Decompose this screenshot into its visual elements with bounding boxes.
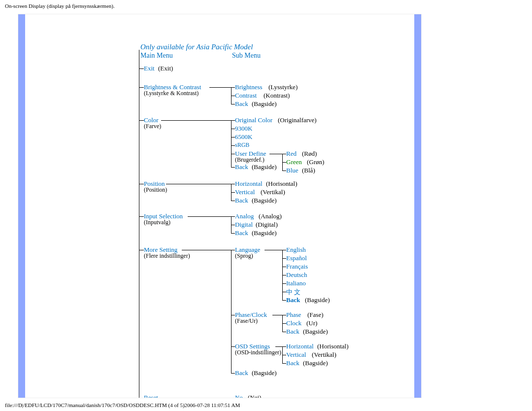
- osd-back-tr: (Bagside): [303, 359, 328, 367]
- sub-pos-horizontal: Horizontal: [235, 180, 263, 188]
- sub-clock-tr: (Ur): [306, 319, 317, 327]
- lang-back: Back: [286, 296, 300, 304]
- sub-input-back: Back: [235, 229, 248, 237]
- sub-more-back-tr: (Bagside): [252, 369, 277, 377]
- sub-red-tr: (Rød): [302, 150, 317, 158]
- sub-pos-horizontal-tr: (Horisontal): [266, 180, 298, 188]
- menu-exit-tr: (Exit): [158, 65, 173, 72]
- menu-brightness-contrast-tr: (Lysstyrke & Kontrast): [144, 90, 199, 97]
- sub-original-color-tr: (Originalfarve): [278, 116, 317, 124]
- osd-vertical: Vertical: [286, 351, 306, 359]
- sub-green: Green: [286, 158, 302, 166]
- sub-bc-back-tr: (Bagside): [252, 100, 277, 108]
- sub-phase-tr: (Fase): [307, 311, 324, 319]
- sub-pos-vertical-tr: (Vertikal): [261, 188, 285, 196]
- sub-color-back-tr: (Bagside): [252, 163, 277, 171]
- sub-phase: Phase: [286, 311, 301, 319]
- sub-osd-settings-tr: (OSD-indstillinger): [235, 349, 281, 356]
- lang-francais: Français: [286, 263, 308, 271]
- sub-analog: Analog: [235, 212, 254, 220]
- right-bar: [414, 14, 421, 398]
- sub-bc-back: Back: [235, 100, 248, 108]
- sub-user-define-tr: (Brugerdef.): [235, 156, 265, 164]
- sub-original-color: Original Color: [235, 116, 272, 124]
- sub-digital: Digital: [235, 221, 253, 229]
- menu-exit: Exit: [144, 65, 155, 72]
- sub-contrast-tr: (Kontrast): [264, 92, 290, 100]
- page-header: On-screen Display (display på fjernsynss…: [5, 3, 115, 9]
- menu-input-selection-tr: (Inputvalg): [144, 219, 170, 226]
- sub-reset-no: No: [235, 394, 243, 398]
- diagram-sheet: Only available for Asia Pacific Model Ma…: [18, 14, 422, 398]
- lang-english: English: [286, 246, 306, 254]
- sub-blue-tr: (Blå): [302, 167, 315, 174]
- menu-more-setting-tr: (Flere indstillinger): [144, 252, 190, 260]
- sub-language-tr: (Sprog): [235, 252, 253, 260]
- osd-horizontal: Horizontal: [286, 342, 314, 350]
- sub-9300k: 9300K: [235, 125, 252, 133]
- menu-color-tr: (Farve): [144, 123, 161, 130]
- sub-color-back: Back: [235, 163, 248, 171]
- sub-brightness-tr: (Lysstyrke): [268, 83, 298, 91]
- sub-blue: Blue: [286, 167, 299, 174]
- sub-contrast: Contrast: [235, 92, 257, 100]
- lang-espanol: Español: [286, 254, 307, 262]
- sub-clock: Clock: [286, 319, 301, 327]
- sub-digital-tr: (Digital): [256, 221, 278, 229]
- sub-pos-back: Back: [235, 197, 248, 205]
- sub-pos-vertical: Vertical: [235, 188, 255, 196]
- sub-pc-back-tr: (Bagside): [303, 328, 328, 336]
- sub-reset-no-tr: (Nej): [248, 394, 261, 398]
- sub-more-back: Back: [235, 369, 248, 377]
- lang-italiano: Italiano: [286, 279, 306, 287]
- osd-vertical-tr: (Vertikal): [312, 351, 336, 359]
- sub-input-back-tr: (Bagside): [252, 229, 277, 237]
- lang-deutsch: Deutsch: [286, 271, 307, 279]
- lang-chinese: 中 文: [286, 288, 300, 297]
- sub-green-tr: (Grøn): [307, 158, 324, 166]
- sub-pos-back-tr: (Bagside): [252, 197, 277, 205]
- sub-red: Red: [286, 150, 297, 158]
- osd-back: Back: [286, 359, 299, 367]
- heading-main-menu: Main Menu: [140, 52, 173, 60]
- osd-horizontal-tr: (Horisontal): [317, 342, 349, 350]
- sub-phase-clock-tr: (Fase/Ur): [235, 317, 258, 325]
- page-footer: file:///D|/EDFU/LCD/170C7/manual/danish/…: [5, 402, 240, 408]
- lang-back-tr: (Bagside): [305, 296, 330, 304]
- title-asia-pacific: Only available for Asia Pacific Model: [140, 43, 253, 51]
- left-bar: [18, 14, 25, 398]
- sub-pc-back: Back: [286, 328, 299, 336]
- menu-reset: Reset: [144, 394, 158, 398]
- heading-sub-menu: Sub Menu: [232, 52, 261, 60]
- tree-trunk: [139, 50, 139, 398]
- sub-6500k: 6500K: [235, 133, 252, 141]
- sub-analog-tr: (Analog): [259, 212, 282, 220]
- sub-srgb: sRGB: [235, 141, 249, 149]
- sub-brightness: Brightness: [235, 83, 263, 91]
- menu-position-tr: (Position): [144, 186, 167, 194]
